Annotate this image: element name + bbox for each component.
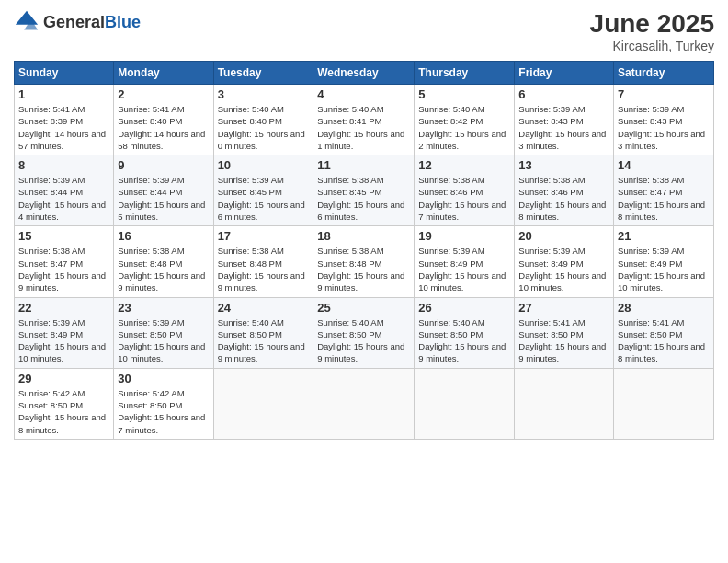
day-number: 4 bbox=[317, 87, 410, 101]
day-detail: Sunrise: 5:40 AMSunset: 8:50 PMDaylight:… bbox=[418, 317, 506, 364]
day-number: 16 bbox=[118, 229, 209, 243]
day-detail: Sunrise: 5:38 AMSunset: 8:48 PMDaylight:… bbox=[317, 246, 404, 293]
day-detail: Sunrise: 5:39 AMSunset: 8:43 PMDaylight:… bbox=[618, 104, 705, 151]
day-number: 24 bbox=[218, 301, 310, 315]
calendar-title: June 2025 bbox=[590, 9, 714, 39]
calendar-table: SundayMondayTuesdayWednesdayThursdayFrid… bbox=[14, 61, 714, 440]
calendar-cell: 8 Sunrise: 5:39 AMSunset: 8:44 PMDayligh… bbox=[15, 155, 114, 226]
day-detail: Sunrise: 5:39 AMSunset: 8:45 PMDaylight:… bbox=[218, 175, 305, 222]
calendar-cell: 5 Sunrise: 5:40 AMSunset: 8:42 PMDayligh… bbox=[415, 85, 515, 155]
day-number: 29 bbox=[18, 372, 109, 385]
day-number: 3 bbox=[218, 87, 310, 101]
svg-marker-0 bbox=[16, 11, 38, 25]
col-header-monday: Monday bbox=[114, 62, 213, 85]
day-detail: Sunrise: 5:39 AMSunset: 8:49 PMDaylight:… bbox=[518, 246, 606, 293]
day-detail: Sunrise: 5:39 AMSunset: 8:50 PMDaylight:… bbox=[118, 317, 205, 364]
calendar-cell: 7 Sunrise: 5:39 AMSunset: 8:43 PMDayligh… bbox=[614, 85, 714, 155]
calendar-cell: 30 Sunrise: 5:42 AMSunset: 8:50 PMDaylig… bbox=[114, 368, 213, 439]
calendar-cell: 13 Sunrise: 5:38 AMSunset: 8:46 PMDaylig… bbox=[515, 155, 614, 226]
calendar-cell: 12 Sunrise: 5:38 AMSunset: 8:46 PMDaylig… bbox=[415, 155, 515, 226]
day-detail: Sunrise: 5:38 AMSunset: 8:46 PMDaylight:… bbox=[518, 175, 606, 222]
header: GeneralBlue June 2025 Kircasalih, Turkey bbox=[14, 9, 714, 53]
day-detail: Sunrise: 5:38 AMSunset: 8:47 PMDaylight:… bbox=[18, 246, 106, 293]
calendar-week-2: 8 Sunrise: 5:39 AMSunset: 8:44 PMDayligh… bbox=[15, 155, 714, 226]
calendar-location: Kircasalih, Turkey bbox=[590, 39, 714, 53]
day-number: 17 bbox=[218, 229, 310, 243]
calendar-week-1: 1 Sunrise: 5:41 AMSunset: 8:39 PMDayligh… bbox=[15, 85, 714, 155]
logo-icon bbox=[14, 9, 40, 35]
calendar-cell: 10 Sunrise: 5:39 AMSunset: 8:45 PMDaylig… bbox=[213, 155, 313, 226]
calendar-cell: 25 Sunrise: 5:40 AMSunset: 8:50 PMDaylig… bbox=[313, 297, 415, 368]
col-header-sunday: Sunday bbox=[15, 62, 114, 85]
calendar-cell: 28 Sunrise: 5:41 AMSunset: 8:50 PMDaylig… bbox=[614, 297, 714, 368]
calendar-cell: 11 Sunrise: 5:38 AMSunset: 8:45 PMDaylig… bbox=[313, 155, 415, 226]
day-detail: Sunrise: 5:41 AMSunset: 8:50 PMDaylight:… bbox=[518, 317, 606, 364]
logo: GeneralBlue bbox=[14, 9, 141, 35]
day-number: 28 bbox=[618, 301, 710, 315]
day-detail: Sunrise: 5:41 AMSunset: 8:40 PMDaylight:… bbox=[118, 104, 205, 151]
day-number: 8 bbox=[18, 158, 109, 172]
col-header-wednesday: Wednesday bbox=[313, 62, 415, 85]
day-detail: Sunrise: 5:40 AMSunset: 8:42 PMDaylight:… bbox=[418, 104, 506, 151]
day-number: 7 bbox=[618, 87, 710, 101]
day-number: 13 bbox=[518, 158, 609, 172]
calendar-cell: 19 Sunrise: 5:39 AMSunset: 8:49 PMDaylig… bbox=[415, 226, 515, 297]
day-number: 22 bbox=[18, 301, 109, 315]
calendar-cell: 4 Sunrise: 5:40 AMSunset: 8:41 PMDayligh… bbox=[313, 85, 415, 155]
day-detail: Sunrise: 5:39 AMSunset: 8:44 PMDaylight:… bbox=[18, 175, 106, 222]
calendar-cell: 6 Sunrise: 5:39 AMSunset: 8:43 PMDayligh… bbox=[515, 85, 614, 155]
calendar-cell: 18 Sunrise: 5:38 AMSunset: 8:48 PMDaylig… bbox=[313, 226, 415, 297]
calendar-cell: 17 Sunrise: 5:38 AMSunset: 8:48 PMDaylig… bbox=[213, 226, 313, 297]
day-detail: Sunrise: 5:40 AMSunset: 8:50 PMDaylight:… bbox=[317, 317, 404, 364]
logo-text-blue: Blue bbox=[105, 13, 141, 31]
day-number: 14 bbox=[618, 158, 710, 172]
day-detail: Sunrise: 5:39 AMSunset: 8:43 PMDaylight:… bbox=[518, 104, 606, 151]
calendar-cell: 27 Sunrise: 5:41 AMSunset: 8:50 PMDaylig… bbox=[515, 297, 614, 368]
calendar-cell: 23 Sunrise: 5:39 AMSunset: 8:50 PMDaylig… bbox=[114, 297, 213, 368]
day-number: 1 bbox=[18, 87, 109, 101]
day-detail: Sunrise: 5:39 AMSunset: 8:49 PMDaylight:… bbox=[18, 317, 106, 364]
day-detail: Sunrise: 5:41 AMSunset: 8:50 PMDaylight:… bbox=[618, 317, 705, 364]
col-header-saturday: Saturday bbox=[614, 62, 714, 85]
day-detail: Sunrise: 5:41 AMSunset: 8:39 PMDaylight:… bbox=[18, 104, 106, 151]
day-detail: Sunrise: 5:38 AMSunset: 8:48 PMDaylight:… bbox=[218, 246, 305, 293]
calendar-cell bbox=[614, 368, 714, 439]
day-detail: Sunrise: 5:38 AMSunset: 8:48 PMDaylight:… bbox=[118, 246, 205, 293]
day-number: 25 bbox=[317, 301, 410, 315]
day-detail: Sunrise: 5:40 AMSunset: 8:40 PMDaylight:… bbox=[218, 104, 305, 151]
calendar-cell: 29 Sunrise: 5:42 AMSunset: 8:50 PMDaylig… bbox=[15, 368, 114, 439]
day-detail: Sunrise: 5:38 AMSunset: 8:45 PMDaylight:… bbox=[317, 175, 404, 222]
calendar-cell: 26 Sunrise: 5:40 AMSunset: 8:50 PMDaylig… bbox=[415, 297, 515, 368]
calendar-cell: 2 Sunrise: 5:41 AMSunset: 8:40 PMDayligh… bbox=[114, 85, 213, 155]
day-detail: Sunrise: 5:42 AMSunset: 8:50 PMDaylight:… bbox=[18, 388, 106, 435]
calendar-cell: 14 Sunrise: 5:38 AMSunset: 8:47 PMDaylig… bbox=[614, 155, 714, 226]
day-detail: Sunrise: 5:42 AMSunset: 8:50 PMDaylight:… bbox=[118, 388, 205, 435]
day-number: 11 bbox=[317, 158, 410, 172]
title-block: June 2025 Kircasalih, Turkey bbox=[590, 9, 714, 53]
day-number: 2 bbox=[118, 87, 209, 101]
calendar-cell: 21 Sunrise: 5:39 AMSunset: 8:49 PMDaylig… bbox=[614, 226, 714, 297]
col-header-friday: Friday bbox=[515, 62, 614, 85]
calendar-cell: 1 Sunrise: 5:41 AMSunset: 8:39 PMDayligh… bbox=[15, 85, 114, 155]
calendar-cell: 15 Sunrise: 5:38 AMSunset: 8:47 PMDaylig… bbox=[15, 226, 114, 297]
calendar-week-5: 29 Sunrise: 5:42 AMSunset: 8:50 PMDaylig… bbox=[15, 368, 714, 439]
calendar-cell: 3 Sunrise: 5:40 AMSunset: 8:40 PMDayligh… bbox=[213, 85, 313, 155]
day-detail: Sunrise: 5:40 AMSunset: 8:41 PMDaylight:… bbox=[317, 104, 404, 151]
calendar-week-4: 22 Sunrise: 5:39 AMSunset: 8:49 PMDaylig… bbox=[15, 297, 714, 368]
day-detail: Sunrise: 5:39 AMSunset: 8:49 PMDaylight:… bbox=[618, 246, 705, 293]
day-number: 20 bbox=[518, 229, 609, 243]
day-number: 21 bbox=[618, 229, 710, 243]
day-detail: Sunrise: 5:39 AMSunset: 8:49 PMDaylight:… bbox=[418, 246, 506, 293]
day-number: 5 bbox=[418, 87, 510, 101]
day-detail: Sunrise: 5:40 AMSunset: 8:50 PMDaylight:… bbox=[218, 317, 305, 364]
col-header-tuesday: Tuesday bbox=[213, 62, 313, 85]
calendar-cell bbox=[213, 368, 313, 439]
col-header-thursday: Thursday bbox=[415, 62, 515, 85]
day-number: 26 bbox=[418, 301, 510, 315]
day-number: 27 bbox=[518, 301, 609, 315]
day-number: 6 bbox=[518, 87, 609, 101]
calendar-cell bbox=[313, 368, 415, 439]
day-number: 23 bbox=[118, 301, 209, 315]
day-number: 12 bbox=[418, 158, 510, 172]
calendar-cell bbox=[515, 368, 614, 439]
